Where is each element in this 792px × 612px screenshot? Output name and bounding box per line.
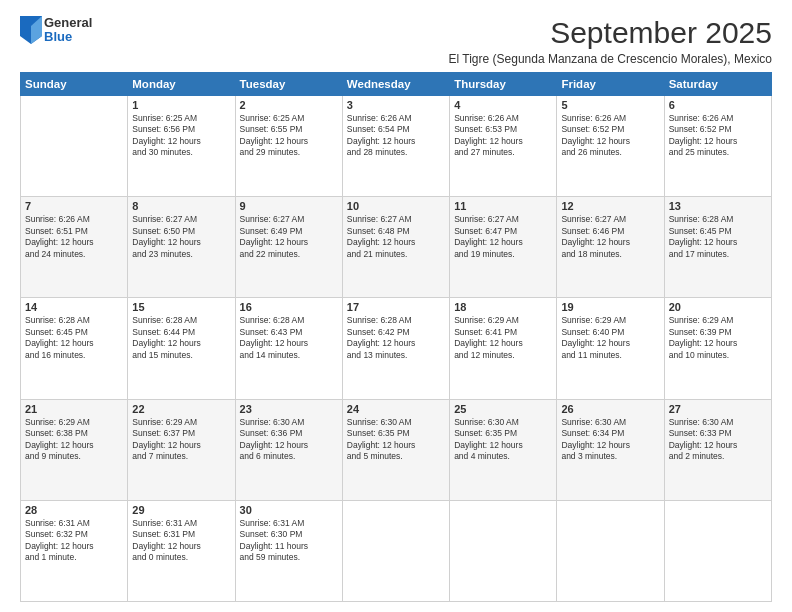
day-number: 8 [132, 200, 230, 212]
logo-icon [20, 16, 42, 44]
table-row: 1Sunrise: 6:25 AMSunset: 6:56 PMDaylight… [128, 96, 235, 197]
day-number: 13 [669, 200, 767, 212]
day-number: 14 [25, 301, 123, 313]
day-number: 22 [132, 403, 230, 415]
calendar-week-row: 14Sunrise: 6:28 AMSunset: 6:45 PMDayligh… [21, 298, 772, 399]
table-row: 16Sunrise: 6:28 AMSunset: 6:43 PMDayligh… [235, 298, 342, 399]
day-number: 16 [240, 301, 338, 313]
day-info: Sunrise: 6:29 AMSunset: 6:40 PMDaylight:… [561, 315, 659, 361]
day-number: 18 [454, 301, 552, 313]
logo-text: General Blue [44, 16, 92, 45]
table-row [664, 500, 771, 601]
day-info: Sunrise: 6:31 AMSunset: 6:30 PMDaylight:… [240, 518, 338, 564]
table-row [450, 500, 557, 601]
table-row: 8Sunrise: 6:27 AMSunset: 6:50 PMDaylight… [128, 197, 235, 298]
table-row: 30Sunrise: 6:31 AMSunset: 6:30 PMDayligh… [235, 500, 342, 601]
day-number: 26 [561, 403, 659, 415]
col-sunday: Sunday [21, 73, 128, 96]
col-monday: Monday [128, 73, 235, 96]
day-number: 2 [240, 99, 338, 111]
day-number: 11 [454, 200, 552, 212]
day-info: Sunrise: 6:27 AMSunset: 6:48 PMDaylight:… [347, 214, 445, 260]
day-info: Sunrise: 6:31 AMSunset: 6:32 PMDaylight:… [25, 518, 123, 564]
col-friday: Friday [557, 73, 664, 96]
table-row: 23Sunrise: 6:30 AMSunset: 6:36 PMDayligh… [235, 399, 342, 500]
day-info: Sunrise: 6:26 AMSunset: 6:54 PMDaylight:… [347, 113, 445, 159]
day-number: 7 [25, 200, 123, 212]
day-info: Sunrise: 6:28 AMSunset: 6:45 PMDaylight:… [669, 214, 767, 260]
day-number: 1 [132, 99, 230, 111]
table-row: 20Sunrise: 6:29 AMSunset: 6:39 PMDayligh… [664, 298, 771, 399]
table-row: 7Sunrise: 6:26 AMSunset: 6:51 PMDaylight… [21, 197, 128, 298]
day-number: 3 [347, 99, 445, 111]
calendar-header-row: Sunday Monday Tuesday Wednesday Thursday… [21, 73, 772, 96]
table-row [21, 96, 128, 197]
day-info: Sunrise: 6:29 AMSunset: 6:41 PMDaylight:… [454, 315, 552, 361]
day-info: Sunrise: 6:30 AMSunset: 6:35 PMDaylight:… [454, 417, 552, 463]
title-block: September 2025 El Tigre (Segunda Manzana… [449, 16, 772, 66]
calendar-week-row: 7Sunrise: 6:26 AMSunset: 6:51 PMDaylight… [21, 197, 772, 298]
day-info: Sunrise: 6:27 AMSunset: 6:46 PMDaylight:… [561, 214, 659, 260]
table-row: 19Sunrise: 6:29 AMSunset: 6:40 PMDayligh… [557, 298, 664, 399]
subtitle: El Tigre (Segunda Manzana de Crescencio … [449, 52, 772, 66]
table-row: 25Sunrise: 6:30 AMSunset: 6:35 PMDayligh… [450, 399, 557, 500]
col-tuesday: Tuesday [235, 73, 342, 96]
header: General Blue September 2025 El Tigre (Se… [20, 16, 772, 66]
day-info: Sunrise: 6:26 AMSunset: 6:51 PMDaylight:… [25, 214, 123, 260]
table-row: 12Sunrise: 6:27 AMSunset: 6:46 PMDayligh… [557, 197, 664, 298]
day-number: 27 [669, 403, 767, 415]
day-info: Sunrise: 6:28 AMSunset: 6:43 PMDaylight:… [240, 315, 338, 361]
day-info: Sunrise: 6:29 AMSunset: 6:39 PMDaylight:… [669, 315, 767, 361]
table-row: 2Sunrise: 6:25 AMSunset: 6:55 PMDaylight… [235, 96, 342, 197]
day-info: Sunrise: 6:28 AMSunset: 6:44 PMDaylight:… [132, 315, 230, 361]
table-row [342, 500, 449, 601]
day-info: Sunrise: 6:30 AMSunset: 6:34 PMDaylight:… [561, 417, 659, 463]
day-info: Sunrise: 6:30 AMSunset: 6:35 PMDaylight:… [347, 417, 445, 463]
logo-general: General [44, 16, 92, 30]
day-info: Sunrise: 6:28 AMSunset: 6:45 PMDaylight:… [25, 315, 123, 361]
day-info: Sunrise: 6:29 AMSunset: 6:38 PMDaylight:… [25, 417, 123, 463]
day-info: Sunrise: 6:25 AMSunset: 6:56 PMDaylight:… [132, 113, 230, 159]
table-row: 11Sunrise: 6:27 AMSunset: 6:47 PMDayligh… [450, 197, 557, 298]
day-number: 17 [347, 301, 445, 313]
table-row: 26Sunrise: 6:30 AMSunset: 6:34 PMDayligh… [557, 399, 664, 500]
table-row: 27Sunrise: 6:30 AMSunset: 6:33 PMDayligh… [664, 399, 771, 500]
calendar-week-row: 21Sunrise: 6:29 AMSunset: 6:38 PMDayligh… [21, 399, 772, 500]
table-row: 18Sunrise: 6:29 AMSunset: 6:41 PMDayligh… [450, 298, 557, 399]
table-row: 24Sunrise: 6:30 AMSunset: 6:35 PMDayligh… [342, 399, 449, 500]
page: General Blue September 2025 El Tigre (Se… [0, 0, 792, 612]
day-number: 24 [347, 403, 445, 415]
day-number: 10 [347, 200, 445, 212]
day-number: 6 [669, 99, 767, 111]
day-number: 15 [132, 301, 230, 313]
day-info: Sunrise: 6:26 AMSunset: 6:52 PMDaylight:… [669, 113, 767, 159]
logo-blue: Blue [44, 30, 92, 44]
day-info: Sunrise: 6:30 AMSunset: 6:36 PMDaylight:… [240, 417, 338, 463]
day-info: Sunrise: 6:26 AMSunset: 6:53 PMDaylight:… [454, 113, 552, 159]
day-info: Sunrise: 6:27 AMSunset: 6:49 PMDaylight:… [240, 214, 338, 260]
day-info: Sunrise: 6:25 AMSunset: 6:55 PMDaylight:… [240, 113, 338, 159]
day-number: 20 [669, 301, 767, 313]
day-number: 12 [561, 200, 659, 212]
table-row: 10Sunrise: 6:27 AMSunset: 6:48 PMDayligh… [342, 197, 449, 298]
table-row: 28Sunrise: 6:31 AMSunset: 6:32 PMDayligh… [21, 500, 128, 601]
table-row: 29Sunrise: 6:31 AMSunset: 6:31 PMDayligh… [128, 500, 235, 601]
day-number: 9 [240, 200, 338, 212]
day-info: Sunrise: 6:26 AMSunset: 6:52 PMDaylight:… [561, 113, 659, 159]
table-row: 9Sunrise: 6:27 AMSunset: 6:49 PMDaylight… [235, 197, 342, 298]
calendar-week-row: 28Sunrise: 6:31 AMSunset: 6:32 PMDayligh… [21, 500, 772, 601]
day-number: 28 [25, 504, 123, 516]
col-saturday: Saturday [664, 73, 771, 96]
table-row: 14Sunrise: 6:28 AMSunset: 6:45 PMDayligh… [21, 298, 128, 399]
day-number: 25 [454, 403, 552, 415]
table-row [557, 500, 664, 601]
table-row: 3Sunrise: 6:26 AMSunset: 6:54 PMDaylight… [342, 96, 449, 197]
day-number: 30 [240, 504, 338, 516]
table-row: 15Sunrise: 6:28 AMSunset: 6:44 PMDayligh… [128, 298, 235, 399]
day-number: 19 [561, 301, 659, 313]
day-number: 5 [561, 99, 659, 111]
day-info: Sunrise: 6:27 AMSunset: 6:50 PMDaylight:… [132, 214, 230, 260]
day-number: 29 [132, 504, 230, 516]
calendar-table: Sunday Monday Tuesday Wednesday Thursday… [20, 72, 772, 602]
table-row: 17Sunrise: 6:28 AMSunset: 6:42 PMDayligh… [342, 298, 449, 399]
